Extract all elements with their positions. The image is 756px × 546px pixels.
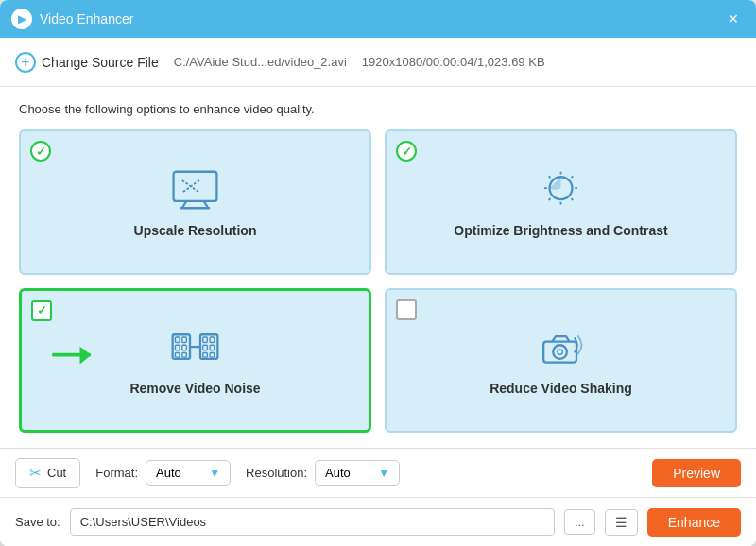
svg-rect-17 xyxy=(175,346,180,351)
browse-dots-button[interactable]: ... xyxy=(564,509,595,535)
svg-point-31 xyxy=(553,346,567,360)
video-enhancer-window: ▶ Video Enhancer × + Change Source File … xyxy=(0,0,756,546)
format-group: Format: Auto ▼ xyxy=(95,460,231,486)
format-value: Auto xyxy=(156,466,181,480)
save-path-input[interactable] xyxy=(70,508,555,536)
film-icon xyxy=(167,324,224,371)
shaking-checkbox[interactable] xyxy=(396,299,417,320)
svg-rect-28 xyxy=(210,353,215,358)
options-grid: Upscale Resolution xyxy=(19,129,737,433)
svg-rect-23 xyxy=(203,337,208,343)
source-file-info: 1920x1080/00:00:04/1,023.69 KB xyxy=(362,55,545,69)
svg-rect-20 xyxy=(182,346,187,351)
cut-button[interactable]: ✂ Cut xyxy=(15,458,80,488)
resolution-label: Resolution: xyxy=(246,466,307,480)
preview-button[interactable]: Preview xyxy=(652,459,741,487)
enhance-button[interactable]: Enhance xyxy=(647,508,741,537)
option-shaking[interactable]: Reduce Video Shaking xyxy=(385,288,737,434)
change-source-label: Change Source File xyxy=(42,55,159,70)
brightness-label: Optimize Brightness and Contrast xyxy=(454,223,667,238)
option-noise[interactable]: Remove Video Noise xyxy=(19,288,371,434)
svg-rect-26 xyxy=(210,337,215,343)
change-source-button[interactable]: + Change Source File xyxy=(15,52,159,73)
upscale-checkbox[interactable] xyxy=(30,141,51,162)
window-title: Video Enhancer xyxy=(40,11,133,26)
shaking-label: Reduce Video Shaking xyxy=(490,381,632,396)
svg-rect-18 xyxy=(175,353,180,358)
resolution-group: Resolution: Auto ▼ xyxy=(246,460,400,486)
resolution-value: Auto xyxy=(325,466,351,480)
monitor-icon xyxy=(167,166,224,213)
noise-checkbox[interactable] xyxy=(31,300,52,321)
folder-icon: ☰ xyxy=(615,515,627,530)
format-dropdown[interactable]: Auto ▼ xyxy=(146,460,231,486)
svg-rect-27 xyxy=(210,346,215,351)
resolution-dropdown[interactable]: Auto ▼ xyxy=(315,460,400,486)
svg-rect-0 xyxy=(174,172,217,201)
upscale-label: Upscale Resolution xyxy=(134,223,257,238)
app-icon: ▶ xyxy=(11,9,32,29)
brightness-checkbox[interactable] xyxy=(396,141,417,162)
format-label: Format: xyxy=(95,466,138,480)
svg-line-14 xyxy=(549,198,551,200)
option-upscale[interactable]: Upscale Resolution xyxy=(19,129,371,275)
save-bar: Save to: ... ☰ Enhance xyxy=(0,497,756,546)
title-bar: ▶ Video Enhancer × xyxy=(0,0,756,38)
instruction-text: Choose the following options to enhance … xyxy=(19,102,737,116)
svg-line-11 xyxy=(549,176,551,178)
save-to-label: Save to: xyxy=(15,515,60,529)
source-bar: + Change Source File C:/AVAide Stud...ed… xyxy=(0,38,756,87)
svg-line-12 xyxy=(572,198,574,200)
svg-rect-24 xyxy=(203,346,208,351)
resolution-dropdown-arrow: ▼ xyxy=(378,467,389,480)
main-content: Choose the following options to enhance … xyxy=(0,87,756,448)
title-bar-left: ▶ Video Enhancer xyxy=(11,9,133,29)
source-file-path: C:/AVAide Stud...ed/video_2.avi xyxy=(174,55,347,69)
close-button[interactable]: × xyxy=(722,8,745,30)
brightness-icon xyxy=(533,166,590,213)
svg-rect-21 xyxy=(182,353,187,358)
option-brightness[interactable]: Optimize Brightness and Contrast xyxy=(385,129,737,275)
svg-rect-25 xyxy=(203,353,208,358)
arrow-overlay xyxy=(50,341,107,373)
svg-rect-16 xyxy=(175,337,180,343)
plus-circle-icon: + xyxy=(15,52,36,73)
svg-point-32 xyxy=(558,350,563,355)
camera-shake-icon xyxy=(533,324,590,371)
bottom-toolbar: ✂ Cut Format: Auto ▼ Resolution: Auto ▼ … xyxy=(0,448,756,497)
format-dropdown-arrow: ▼ xyxy=(209,467,220,480)
svg-line-13 xyxy=(572,176,574,178)
svg-rect-19 xyxy=(182,337,187,343)
noise-label: Remove Video Noise xyxy=(129,381,260,396)
cut-label: Cut xyxy=(47,466,66,480)
scissors-icon: ✂ xyxy=(29,465,42,482)
open-folder-button[interactable]: ☰ xyxy=(605,509,638,536)
